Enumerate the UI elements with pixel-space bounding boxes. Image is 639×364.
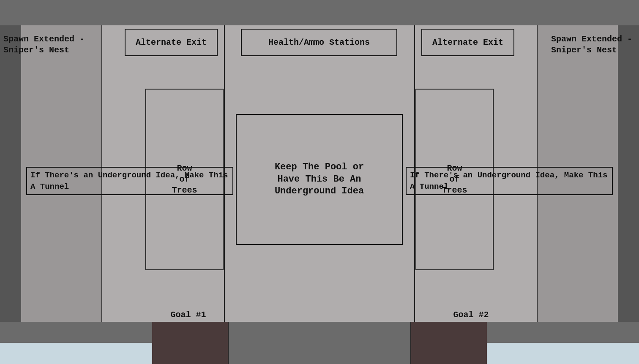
tunnel-left-label: If There's an Underground Idea, Make Thi… <box>26 167 233 195</box>
bottom-strip-right <box>487 343 639 364</box>
alternate-exit-right-box: Alternate Exit <box>421 29 514 56</box>
spawn-label-left: Spawn Extended - Sniper's Nest <box>3 34 88 56</box>
center-pool-box: Keep The Pool orHave This Be AnUndergrou… <box>236 114 403 245</box>
alternate-exit-left-box: Alternate Exit <box>125 29 218 56</box>
goal-line-right <box>410 322 411 364</box>
center-pool-label: Keep The Pool orHave This Be AnUndergrou… <box>275 161 364 198</box>
alternate-exit-left-label: Alternate Exit <box>136 37 207 48</box>
spawn-label-right: Spawn Extended - Sniper's Nest <box>551 34 636 56</box>
goal-1-label: Goal #1 <box>151 310 225 320</box>
alternate-exit-right-label: Alternate Exit <box>432 37 503 48</box>
goal-2-label: Goal #2 <box>434 310 508 320</box>
health-ammo-label: Health/Ammo Stations <box>268 37 370 48</box>
tunnel-right-label: If There's an Underground Idea, Make Thi… <box>406 167 613 195</box>
map-layout: Spawn Extended - Sniper's Nest Spawn Ext… <box>0 0 639 364</box>
goal-notch-right <box>411 322 487 364</box>
goal-notch-left <box>152 322 228 364</box>
health-ammo-box: Health/Ammo Stations <box>241 29 397 56</box>
wall-right <box>618 25 639 322</box>
wall-left <box>0 25 21 322</box>
goal-line-left <box>228 322 229 364</box>
bottom-strip-left <box>0 343 152 364</box>
